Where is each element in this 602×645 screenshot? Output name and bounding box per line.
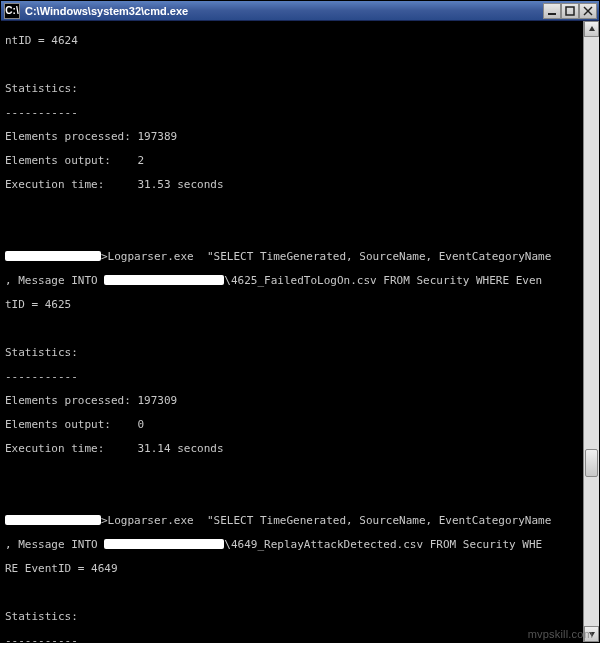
command-text: >Logparser.exe "SELECT TimeGenerated, So… [101, 250, 551, 263]
scroll-up-button[interactable] [584, 21, 599, 37]
output-line [5, 467, 595, 479]
command-text: , Message INTO [5, 538, 104, 551]
output-line: Elements processed: 197309 [5, 395, 595, 407]
titlebar[interactable]: C:\ C:\Windows\system32\cmd.exe [1, 1, 599, 21]
scrollbar-track[interactable] [584, 37, 599, 626]
window-buttons [543, 3, 597, 19]
output-line: tID = 4625 [5, 299, 595, 311]
redaction [104, 539, 224, 549]
close-icon [583, 6, 593, 16]
command-text: \4649_ReplayAttackDetected.csv FROM Secu… [224, 538, 542, 551]
chevron-up-icon [588, 25, 596, 33]
output-line [5, 323, 595, 335]
redaction [5, 251, 101, 261]
redaction [5, 515, 101, 525]
output-line: ----------- [5, 635, 595, 642]
cmd-window: C:\ C:\Windows\system32\cmd.exe ntID = 4… [0, 0, 600, 643]
output-line: , Message INTO \4625_FailedToLogOn.csv F… [5, 275, 595, 287]
output-line: Statistics: [5, 347, 595, 359]
output-line: Elements output: 2 [5, 155, 595, 167]
maximize-icon [565, 6, 575, 16]
svg-rect-1 [566, 7, 574, 15]
output-line [5, 59, 595, 71]
output-line [5, 587, 595, 599]
cmd-icon: C:\ [4, 3, 20, 19]
watermark: mvpskill.com [528, 628, 593, 640]
command-text: \4625_FailedToLogOn.csv FROM Security WH… [224, 274, 542, 287]
output-line [5, 203, 595, 215]
output-line: RE EventID = 4649 [5, 563, 595, 575]
cmd-icon-label: C:\ [5, 5, 18, 16]
output-line [5, 227, 595, 239]
output-line: ----------- [5, 371, 595, 383]
output-line: >Logparser.exe "SELECT TimeGenerated, So… [5, 515, 595, 527]
output-line: Statistics: [5, 83, 595, 95]
vertical-scrollbar[interactable] [583, 21, 599, 642]
command-text: , Message INTO [5, 274, 104, 287]
output-line: Statistics: [5, 611, 595, 623]
window-title: C:\Windows\system32\cmd.exe [23, 5, 543, 17]
output-line: Execution time: 31.53 seconds [5, 179, 595, 191]
minimize-icon [547, 6, 557, 16]
minimize-button[interactable] [543, 3, 561, 19]
output-line: , Message INTO \4649_ReplayAttackDetecte… [5, 539, 595, 551]
terminal-output[interactable]: ntID = 4624 Statistics: ----------- Elem… [1, 21, 599, 642]
output-line: Elements output: 0 [5, 419, 595, 431]
output-line: ----------- [5, 107, 595, 119]
output-line: >Logparser.exe "SELECT TimeGenerated, So… [5, 251, 595, 263]
svg-marker-4 [589, 26, 595, 31]
output-line: Execution time: 31.14 seconds [5, 443, 595, 455]
command-text: >Logparser.exe "SELECT TimeGenerated, So… [101, 514, 551, 527]
scrollbar-thumb[interactable] [585, 449, 598, 477]
output-line: Elements processed: 197389 [5, 131, 595, 143]
maximize-button[interactable] [561, 3, 579, 19]
close-button[interactable] [579, 3, 597, 19]
output-line [5, 491, 595, 503]
output-line: ntID = 4624 [5, 35, 595, 47]
redaction [104, 275, 224, 285]
